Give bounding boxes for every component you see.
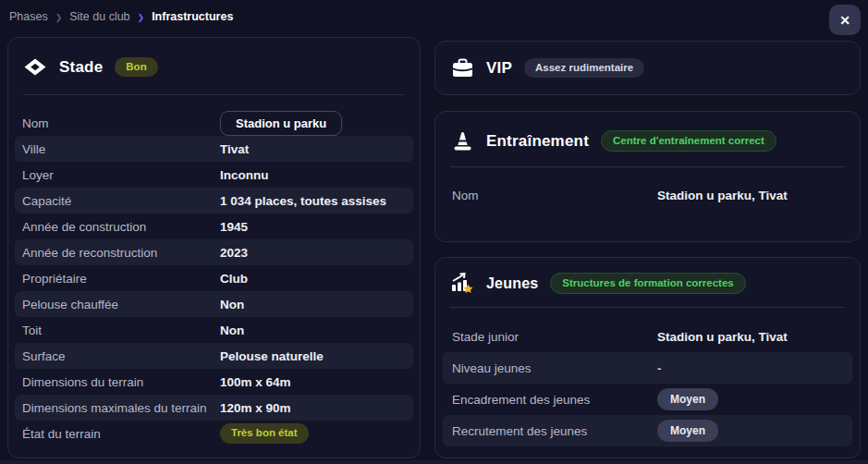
stadium-icon [23,58,47,76]
table-row: Année de reconstruction 2023 [15,239,413,265]
row-label: Loyer [22,168,220,182]
youth-table: Stade junior Stadion u parku, Tivat Nive… [435,321,860,446]
table-row: État du terrain Très bon état [15,421,413,446]
divider [450,307,845,308]
row-value: Tivat [220,142,249,156]
row-value: Stadion u parku, Tivat [657,189,788,202]
row-label: Nom [22,116,220,130]
row-value: Inconnu [220,168,269,182]
stadium-card-title: Stade [59,58,103,77]
breadcrumb-item-site-du-club[interactable]: Site du club [69,10,129,23]
row-value: - [657,361,662,375]
table-row: Ville Tivat [15,136,413,162]
training-table: Nom Stadion u parku, Tivat [435,182,860,208]
row-label: Dimensions du terrain [22,375,220,389]
row-label: Dimensions maximales du terrain [22,401,220,415]
youth-card: Jeunes Structures de formation correctes… [434,257,861,458]
row-label: État du terrain [22,427,220,441]
chevron-right-icon: ❯ [138,13,145,22]
youth-card-header: Jeunes Structures de formation correctes [450,271,845,296]
row-label: Pelouse chauffée [22,298,220,311]
row-value: 1945 [220,220,248,234]
training-card: Entraînement Centre d'entraînement corre… [434,111,861,242]
table-row: Encadrement des jeunes Moyen [443,384,852,415]
bottom-edge-band [0,460,868,464]
stadium-name-button[interactable]: Stadion u parku [220,111,342,136]
table-row: Niveau jeunes - [443,352,852,384]
vip-card-title: VIP [486,59,512,78]
row-value: Pelouse naturelle [220,349,324,363]
row-label: Nom [452,189,657,202]
row-value: Non [220,324,244,337]
briefcase-icon [450,58,474,78]
training-card-header: Entraînement Centre d'entraînement corre… [450,128,845,153]
row-value: 100m x 64m [220,375,291,389]
row-value: Club [220,272,248,286]
table-row: Surface Pelouse naturelle [15,343,413,369]
youth-rating-badge: Structures de formation correctes [550,273,745,295]
row-label: Toit [22,324,220,337]
breadcrumb: Phases ❯ Site du club ❯ Infrastructures [9,10,233,23]
row-label: Propriétaire [22,272,220,286]
row-label: Capacité [22,194,220,208]
vip-rating-badge: Assez rudimentaire [524,58,644,79]
breadcrumb-item-phases[interactable]: Phases [9,10,48,23]
row-value: Non [220,298,244,311]
row-label: Ville [22,142,220,156]
training-rating-badge: Centre d'entraînement correct [601,130,776,153]
row-label: Surface [22,349,220,363]
table-row: Toit Non [15,317,413,343]
table-row: Pelouse chauffée Non [15,291,413,317]
row-value: 2023 [220,246,248,260]
chevron-right-icon: ❯ [55,13,63,22]
youth-coaching-badge: Moyen [657,388,718,410]
table-row: Nom Stadion u parku [15,110,413,136]
row-label: Encadrement des jeunes [452,393,657,407]
row-label: Stade junior [452,330,657,344]
training-cone-icon [450,131,474,152]
pitch-condition-badge: Très bon état [220,423,309,444]
stadium-card-header: Stade Bon [23,55,405,79]
table-row: Propriétaire Club [15,265,413,291]
row-label: Année de reconstruction [22,246,220,260]
youth-chart-star-icon [450,273,474,294]
row-label: Année de construction [22,220,220,234]
table-row: Dimensions du terrain 100m x 64m [15,369,413,395]
row-value: Stadion u parku, Tivat [657,330,788,344]
stadium-card: Stade Bon Nom Stadion u parku Ville Tiva… [7,37,421,458]
table-row: Recrutement des jeunes Moyen [443,415,852,446]
vip-card: VIP Assez rudimentaire [434,41,861,95]
infrastructures-modal: Phases ❯ Site du club ❯ Infrastructures … [0,0,868,464]
training-card-title: Entraînement [486,132,589,151]
table-row: Année de construction 1945 [15,214,413,239]
youth-recruitment-badge: Moyen [657,420,718,442]
divider [450,166,845,167]
stadium-table: Nom Stadion u parku Ville Tivat Loyer In… [8,110,420,446]
youth-card-title: Jeunes [486,275,538,292]
table-row: Loyer Inconnu [15,162,413,188]
table-row: Nom Stadion u parku, Tivat [443,182,852,208]
divider [23,94,405,95]
row-label: Recrutement des jeunes [452,424,657,438]
table-row: Stade junior Stadion u parku, Tivat [443,321,852,352]
table-row: Capacité 1 034 places, toutes assises [15,188,413,214]
row-label: Niveau jeunes [452,361,657,375]
stadium-rating-badge: Bon [115,57,157,78]
row-value: 1 034 places, toutes assises [220,194,386,208]
table-row: Dimensions maximales du terrain 120m x 9… [15,395,413,421]
vip-card-header: VIP Assez rudimentaire [450,55,845,80]
row-value: 120m x 90m [220,401,291,415]
close-button[interactable]: ✕ [829,5,861,35]
breadcrumb-item-infrastructures: Infrastructures [152,10,233,23]
close-icon: ✕ [839,13,850,28]
